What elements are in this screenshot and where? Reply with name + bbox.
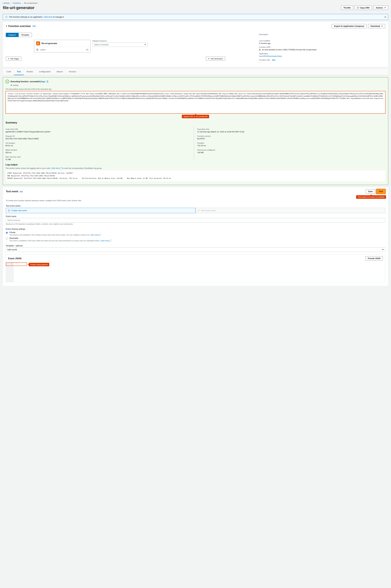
signed-url-callout: Signed URL to our private file — [182, 115, 209, 118]
description-label: Description — [259, 33, 385, 35]
execution-result-panel: Executing function: succeeded (logs ) De… — [3, 77, 388, 185]
event-name-label: Event name — [6, 215, 385, 217]
application-info-banner: i This function belongs to an applicatio… — [3, 14, 388, 20]
function-url-value: - — [259, 61, 385, 64]
copy-arn-icon[interactable] — [259, 49, 261, 51]
template-select[interactable]: hello-world — [6, 247, 385, 252]
layers-row[interactable]: Layers (0) — [34, 47, 90, 52]
init-value: 96.31 ms — [5, 145, 194, 147]
add-trigger-button[interactable]: +Add trigger — [6, 57, 21, 61]
external-link-icon — [109, 240, 111, 242]
tab-aliases[interactable]: Aliases — [54, 69, 66, 75]
log-area-note: The area below shows the last 4 KB of th… — [5, 88, 386, 90]
exectime-label: Execution time — [197, 128, 386, 130]
shareable-radio-label: Shareable — [9, 237, 111, 239]
external-link-icon — [46, 81, 47, 83]
download-button[interactable]: Download — [368, 24, 385, 28]
overview-title: Function overview — [8, 25, 31, 28]
logs-link[interactable]: logs — [41, 80, 48, 83]
shareable-radio[interactable] — [6, 238, 8, 240]
json-highlight-box — [6, 263, 27, 266]
breadcrumb-lambda[interactable]: Lambda — [3, 2, 9, 4]
template-label: Template - — [6, 245, 15, 247]
description-value: - — [259, 36, 385, 38]
close-icon[interactable]: ✕ — [384, 15, 386, 19]
function-node-name: file-url-generator — [41, 42, 57, 44]
test-event-panel: Test event Info Save Test Test button to… — [3, 187, 388, 286]
add-destination-button[interactable]: +Add destination — [206, 57, 225, 61]
empty-payload-callout: Empty string payload — [29, 263, 49, 266]
collapse-triangle-icon[interactable] — [6, 26, 7, 26]
overview-info-link[interactable]: Info — [33, 25, 36, 27]
template-value: hello-world — [7, 249, 17, 251]
success-icon — [5, 80, 9, 83]
details-triangle-icon[interactable] — [10, 85, 12, 86]
event-name-hint: Maximum of 25 characters consisting of l… — [6, 223, 385, 225]
private-radio[interactable] — [6, 232, 8, 234]
cloudwatch-link[interactable]: Click here — [51, 167, 62, 169]
exectime-value: 12 seconds ago (March 13, 2024 at 10:06 … — [197, 131, 386, 133]
chevron-down-icon — [382, 26, 383, 26]
test-event-action-label: Test event action — [6, 205, 385, 207]
chevron-down-icon — [145, 44, 146, 45]
execution-status: succeeded — [30, 80, 40, 83]
actions-button[interactable]: Actions — [373, 6, 388, 10]
copy-arn-button[interactable]: Copy ARN — [355, 6, 372, 10]
execution-log-textarea[interactable]: "https://s3-private-content-bucket.s3.am… — [5, 91, 386, 114]
save-button[interactable]: Save — [366, 189, 375, 194]
invoke-instructions: To invoke your function without saving a… — [6, 199, 385, 202]
event-name-input[interactable] — [6, 218, 385, 223]
chevron-down-icon — [384, 7, 386, 8]
info-icon: i — [5, 16, 7, 18]
format-json-button[interactable]: Format JSON — [366, 256, 383, 261]
maxmem-value: 31 MB — [5, 158, 194, 160]
layers-icon — [36, 48, 39, 51]
create-new-event-option[interactable]: Create new event — [6, 208, 196, 213]
resources-value: 128 MB — [197, 151, 386, 153]
log-output-console[interactable]: START RequestId: 8f117f5a-7313-4264-b48b… — [5, 170, 386, 182]
shareable-learn-more-link[interactable]: Learn more — [100, 240, 111, 242]
plus-circle-icon — [8, 209, 10, 212]
external-link-icon — [99, 234, 101, 236]
maxmem-label: Max memory used — [5, 156, 194, 158]
edit-saved-event-option: Edit saved event — [196, 208, 385, 213]
tab-configuration[interactable]: Configuration — [36, 69, 54, 75]
reqid-value: 8f117f5a-7313-4264-b48b-75bc2c7b6f81 — [5, 138, 194, 140]
related-functions-select[interactable]: Select a function — [93, 42, 148, 47]
function-node[interactable]: file-url-generator Layers (0) — [34, 40, 91, 52]
copy-icon — [357, 7, 359, 9]
page-title: file-url-generator — [3, 5, 34, 10]
version-label: Function version — [197, 135, 386, 137]
arn-value: arn:aws:lambda:us-east-1:566177255691:fu… — [262, 49, 317, 51]
template-tab-button[interactable]: Template — [19, 33, 32, 37]
overview-view-toggle: Diagram Template — [6, 33, 32, 37]
test-event-info-link[interactable]: Info — [20, 191, 23, 193]
chevron-down-icon — [382, 249, 384, 250]
tab-test[interactable]: Test — [14, 69, 24, 75]
breadcrumb-functions[interactable]: Functions — [13, 2, 21, 4]
external-link-icon — [60, 167, 62, 169]
billed-label: Billed duration — [5, 149, 194, 151]
reqid-label: Request ID — [5, 135, 194, 137]
test-button[interactable]: Test — [377, 189, 385, 194]
throttle-button[interactable]: Throttle — [341, 6, 353, 10]
manage-app-link[interactable]: Click here — [44, 16, 52, 18]
summary-title: Summary — [5, 121, 386, 124]
event-json-title: Event JSON — [8, 257, 21, 260]
sharing-settings-label: Event sharing settings — [6, 228, 385, 230]
private-learn-more-link[interactable]: Learn more — [90, 234, 101, 236]
log-output-title: Log output — [5, 163, 386, 166]
function-url-label: Function URL — [259, 59, 270, 61]
diagram-tab-button[interactable]: Diagram — [6, 33, 19, 37]
application-link[interactable]: AwsS3FileDownloaderStack — [259, 55, 282, 57]
duration-value: 732.25 ms — [197, 145, 386, 147]
lambda-icon — [36, 41, 40, 45]
json-editor[interactable]: 1 "" Empty string payload — [6, 262, 385, 282]
function-url-info-link[interactable]: Info — [272, 59, 275, 61]
tab-versions[interactable]: Versions — [66, 69, 79, 75]
tab-code[interactable]: Code — [3, 69, 14, 75]
private-radio-label: Private — [9, 231, 101, 234]
tab-monitor[interactable]: Monitor — [24, 69, 36, 75]
duration-label: Duration — [197, 142, 386, 144]
export-app-composer-button[interactable]: Export to Application Composer — [332, 24, 367, 28]
